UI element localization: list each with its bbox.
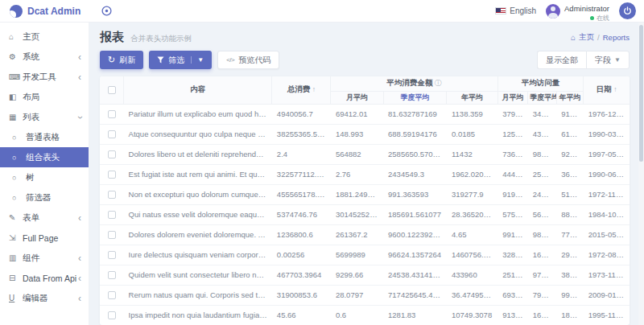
visits-yearly-cell: 296322	[556, 245, 584, 265]
user-menu[interactable]: Administrator 在线	[546, 0, 609, 22]
total-cost-cell: 1236800.6	[272, 224, 331, 245]
page-scrollbar[interactable]	[638, 23, 644, 325]
sidebar-item-label: 组合表头	[26, 152, 81, 163]
visits-quarterly-cell: 793400	[528, 285, 557, 305]
breadcrumb-separator: /	[597, 33, 600, 42]
table-row: Dolores dolorem eveniet doloremque. Aspe…	[100, 224, 630, 245]
col-header-visits-yearly[interactable]: 年平均	[556, 91, 584, 104]
language-selector[interactable]: English	[495, 6, 536, 15]
sidebar-item-components[interactable]: ▥组件‹	[0, 248, 89, 268]
row-checkbox[interactable]	[108, 211, 116, 219]
logout-button[interactable]	[619, 2, 636, 19]
show-all-button[interactable]: 显示全部	[537, 51, 586, 69]
row-checkbox[interactable]	[108, 251, 116, 259]
table-row: Pariatur illum ut explicabo eum quod hic…	[100, 104, 630, 124]
total-cost-cell: 322577112.97714	[272, 164, 331, 184]
sidebar-item-form[interactable]: ✎表单‹	[0, 208, 89, 228]
sidebar-item-combined-header[interactable]: ○组合表头	[0, 147, 89, 167]
preview-code-button[interactable]: </> 预览代码	[217, 51, 279, 69]
row-checkbox[interactable]	[108, 271, 116, 279]
row-checkbox[interactable]	[108, 291, 116, 299]
sidebar-toggle-icon[interactable]	[101, 6, 112, 16]
sidebar-item-plain-table[interactable]: ○普通表格	[0, 127, 89, 147]
sidebar: ⌂主页⚙系统‹⌨开发工具‹◧布局▦列表‹○普通表格○组合表头○树○筛选器✎表单‹…	[0, 23, 89, 325]
visits-monthly-cell: 919155	[497, 184, 528, 204]
sidebar-item-system[interactable]: ⚙系统‹	[0, 47, 89, 67]
total-cost-cell: 38255365.518959	[272, 124, 331, 144]
grid-card: 内容 总消费 ↑ 平均消费金额 ⓘ 平均访问量 日期 ↑ 月平均 季度平均 年平…	[100, 76, 630, 325]
sidebar-item-data-from-api[interactable]: ⊟Data From Api‹	[0, 268, 89, 288]
circle-icon: ○	[12, 174, 26, 182]
sidebar-item-full-page[interactable]: ⇲Full Page	[0, 228, 89, 248]
pencil-icon: ✎	[9, 213, 23, 222]
table-icon: ▦	[9, 113, 23, 121]
chevron-collapsed-icon: ‹	[78, 294, 81, 303]
sidebar-item-dev-tools[interactable]: ⌨开发工具‹	[0, 67, 89, 87]
chevron-down-icon: ▼	[614, 56, 621, 64]
brand[interactable]: Dcat Admin	[0, 5, 89, 18]
sidebar-item-home[interactable]: ⌂主页	[0, 27, 89, 47]
col-header-cost-yearly[interactable]: 年平均	[447, 91, 497, 104]
col-header-cost-monthly[interactable]: 月平均	[331, 91, 383, 104]
visits-yearly-cell: 774233	[556, 224, 584, 245]
grid-toolbar: ↻ 刷新 筛选 ▼ </> 预览代码 显示全部 字段 ▼	[89, 51, 644, 76]
row-checkbox[interactable]	[108, 130, 116, 138]
sidebar-item-tree[interactable]: ○树	[0, 167, 89, 187]
visits-yearly-cell: 929667	[556, 144, 584, 164]
visits-quarterly-cell: 347846	[528, 104, 557, 124]
sidebar-item-layout[interactable]: ◧布局	[0, 87, 89, 107]
cost-monthly-cell: 30145252.744946	[331, 204, 383, 224]
circle-icon: ○	[12, 134, 26, 142]
refresh-button[interactable]: ↻ 刷新	[100, 51, 143, 69]
online-status-label: 在线	[597, 14, 609, 22]
navbar-right: English Administrator 在线	[495, 0, 644, 22]
visits-monthly-cell: 328899	[497, 245, 528, 265]
row-checkbox[interactable]	[108, 311, 116, 319]
power-icon	[623, 6, 632, 15]
scrollbar-thumb[interactable]	[639, 25, 643, 162]
total-cost-cell: 467703.3964	[272, 265, 331, 285]
filter-button[interactable]: 筛选 ▼	[149, 51, 212, 69]
row-checkbox[interactable]	[108, 150, 116, 158]
visits-yearly-cell: 18399	[556, 305, 584, 325]
fields-dropdown-button[interactable]: 字段 ▼	[586, 51, 630, 69]
col-header-cost-quarterly[interactable]: 季度平均	[383, 91, 447, 104]
online-dot-icon	[590, 16, 594, 20]
sidebar-item-editor[interactable]: U编辑器‹	[0, 288, 89, 308]
table-row: Rerum natus quam qui. Corporis sed tenet…	[100, 285, 630, 305]
date-cell: 1973-11-21	[584, 265, 630, 285]
cost-monthly-cell: 1881.249859	[331, 184, 383, 204]
table-row: Dolores libero ut et deleniti reprehende…	[100, 144, 630, 164]
row-checkbox[interactable]	[108, 231, 116, 239]
row-checkbox-cell	[100, 144, 124, 164]
select-all-checkbox[interactable]	[108, 86, 116, 94]
col-header-content: 内容	[124, 76, 272, 104]
sidebar-item-lists[interactable]: ▦列表‹	[0, 107, 89, 127]
breadcrumb-home-link[interactable]: 主页	[579, 32, 594, 43]
row-checkbox[interactable]	[108, 171, 116, 179]
visits-monthly-cell: 693637	[497, 285, 528, 305]
visits-monthly-cell: 12506	[497, 124, 528, 144]
cost-yearly-cell: 0.0185	[447, 124, 497, 144]
col-header-visits-quarterly[interactable]: 季度平均	[528, 91, 557, 104]
col-header-date[interactable]: 日期 ↑	[584, 76, 630, 104]
main-content: 报表 合并表头功能示例 ⌂ 主页 / Reports ↻ 刷新 筛选 ▼ </>…	[89, 23, 644, 325]
col-header-visits-monthly[interactable]: 月平均	[497, 91, 528, 104]
row-checkbox-cell	[100, 204, 124, 224]
row-checkbox[interactable]	[108, 110, 116, 118]
table-row: Quidem velit sunt consectetur libero nat…	[100, 265, 630, 285]
sidebar-item-filter[interactable]: ○筛选器	[0, 187, 89, 208]
total-cost-cell: 45.66	[272, 305, 331, 325]
col-header-total[interactable]: 总消费 ↑	[272, 76, 331, 104]
gear-icon: ⚙	[9, 52, 23, 61]
cost-quarterly-cell: 9600.122392774	[383, 224, 447, 245]
breadcrumb-current[interactable]: Reports	[603, 33, 630, 42]
date-cell: 1972-08-15	[584, 245, 630, 265]
row-checkbox[interactable]	[108, 191, 116, 199]
editor-icon: U	[9, 294, 23, 302]
page-subtitle: 合并表头功能示例	[130, 34, 192, 44]
sidebar-item-label: 布局	[23, 92, 81, 103]
cost-yearly-cell: 1962.0204404	[447, 164, 497, 184]
sidebar-item-label: 编辑器	[23, 293, 78, 304]
sort-asc-icon: ↑	[613, 85, 617, 93]
